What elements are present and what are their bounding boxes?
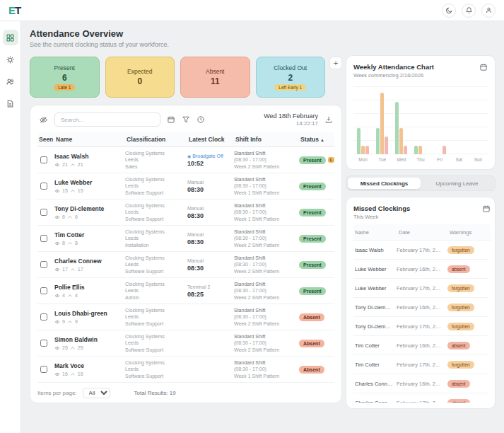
header-name[interactable]: Name	[54, 136, 125, 143]
shift-hours: (08:30 - 17:00)	[234, 261, 299, 267]
seen-checkbox[interactable]	[40, 183, 47, 190]
seen-checkbox[interactable]	[40, 235, 47, 242]
classification-line-2: Leeds	[125, 366, 187, 372]
missed-employee-name: Luke Webber	[355, 266, 397, 272]
missed-employee-name: Luke Webber	[355, 285, 397, 291]
employee-cell: Tim Cotter 8 8	[54, 231, 125, 246]
dashboard-grid-icon	[6, 33, 15, 42]
search-input[interactable]	[54, 112, 160, 127]
header-status[interactable]: Status▲	[299, 136, 334, 143]
missed-row: Isaac Walsh February 17th, 2026 forgotte…	[353, 241, 488, 260]
summary-card[interactable]: Expected 0	[105, 57, 175, 98]
calendar-button[interactable]	[167, 115, 175, 124]
warning-badge: absent	[447, 399, 470, 403]
missed-row: Tony Di-clemente February 17th, 2026 for…	[353, 317, 488, 336]
filter-button[interactable]	[182, 115, 190, 124]
missed-employee-name: Tony Di-clemente	[355, 304, 397, 311]
chevron-count: 16	[78, 371, 83, 376]
shift-hours: (08:30 - 17:00)	[234, 156, 299, 163]
classification-line-2: Leeds	[125, 235, 187, 241]
chart-column: Tue	[373, 84, 392, 162]
employee-cell: Mark Voce 16 16	[54, 362, 125, 377]
header-shift-info[interactable]: Shift Info	[234, 136, 299, 143]
latest-clock-source: Manual	[187, 258, 234, 263]
hide-seen-button[interactable]	[39, 115, 48, 125]
chart-x-label: Sat	[450, 154, 469, 162]
classification-cell: Clocking Systems Leeds Software Support	[125, 359, 187, 379]
summary-card-label: Expected	[127, 68, 152, 75]
notifications-button[interactable]	[462, 4, 476, 18]
classification-line-3: Software Support	[125, 190, 187, 196]
eye-count-icon	[54, 345, 60, 351]
classification-line-1: Clocking Systems	[125, 307, 187, 313]
download-button[interactable]	[324, 115, 333, 124]
tab-upcoming-leave[interactable]: Upcoming Leave	[421, 178, 493, 189]
account-button[interactable]	[481, 4, 496, 18]
latest-clock-time: 08:25	[187, 291, 234, 298]
classification-line-1: Clocking Systems	[125, 359, 187, 366]
seen-cell	[37, 235, 54, 242]
missed-card-title: Missed Clockings	[353, 204, 410, 212]
seen-checkbox[interactable]	[40, 209, 47, 216]
shift-pattern: Week 1 Shift Pattern	[234, 216, 299, 222]
classification-cell: Clocking Systems Leeds Software Support	[125, 307, 187, 326]
missed-rows-scroll[interactable]: Isaac Walsh February 17th, 2026 forgotte…	[353, 241, 491, 403]
summary-card[interactable]: Absent 11	[180, 57, 250, 98]
classification-cell: Clocking Systems Leeds Software Support	[125, 255, 187, 274]
shift-hours: (08:30 - 17:00)	[234, 183, 299, 189]
page-title: Attendance Overview	[30, 28, 342, 39]
table-row: Simon Baldwin 25 25	[37, 330, 334, 357]
chart-calendar-button[interactable]	[479, 63, 488, 71]
shift-name: Standard Shift	[234, 150, 299, 156]
user-icon	[485, 6, 493, 14]
chart-column: Mon	[353, 84, 373, 162]
shift-info-cell: Standard Shift (08:30 - 17:00) Week 1 Sh…	[234, 176, 299, 195]
chart-column: Wed	[392, 84, 411, 162]
missed-date: February 17th, 2026	[397, 285, 447, 291]
summary-cards: Present 6 Late 1 Expected 0 Absent 11	[30, 57, 325, 98]
sidebar-item-employees[interactable]	[3, 74, 18, 89]
chart-column: Thu	[411, 84, 430, 162]
missed-date: February 17th, 2026	[397, 362, 447, 368]
header-latest-clock[interactable]: Latest Clock	[187, 136, 234, 143]
shift-pattern: Week 2 Shift Pattern	[234, 163, 299, 170]
page-size-select[interactable]: All	[83, 388, 110, 398]
table-toolbar: Wed 18th February 14:22:17	[37, 111, 334, 132]
chevron-count-icon	[70, 371, 76, 377]
sidebar-item-reports[interactable]	[3, 96, 18, 111]
missed-date: February 17th, 2026	[397, 400, 447, 403]
employee-name: Tim Cotter	[54, 231, 125, 238]
summary-card[interactable]: Clocked Out 2 Left Early 1	[256, 57, 326, 98]
seen-checkbox[interactable]	[40, 313, 47, 321]
shift-name: Standard Shift	[234, 176, 299, 183]
classification-line-3: Software Support	[125, 347, 187, 353]
shift-pattern: Week 2 Shift Pattern	[234, 321, 299, 327]
latest-clock-cell: Terminal 2 08:25	[187, 284, 234, 298]
chart-x-label: Thu	[411, 154, 430, 162]
eye-count: 17	[62, 267, 68, 272]
shift-hours: (08:30 - 17:00)	[234, 235, 299, 241]
shift-info-cell: Standard Shift (08:30 - 17:00) Week 1 Sh…	[234, 359, 299, 379]
seen-checkbox[interactable]	[40, 261, 47, 268]
tab-missed-clockings[interactable]: Missed Clockings	[348, 178, 421, 189]
header-classification[interactable]: Classification	[125, 136, 187, 143]
dark-mode-button[interactable]	[442, 4, 456, 18]
seen-checkbox[interactable]	[40, 366, 47, 373]
chart-x-label: Fri	[430, 154, 450, 162]
add-card-button[interactable]: +	[329, 57, 342, 69]
seen-checkbox[interactable]	[40, 156, 47, 163]
missed-card-header: Missed Clockings This Week	[353, 204, 491, 220]
sidebar-item-dashboard[interactable]	[3, 30, 18, 45]
missed-calendar-button[interactable]	[482, 204, 491, 213]
status-cell: Present	[299, 235, 334, 243]
employee-counts: 17 17	[54, 267, 125, 272]
seen-checkbox[interactable]	[40, 340, 47, 347]
missed-employee-name: Charles Connew	[355, 400, 397, 403]
status-badge: Present	[299, 235, 326, 243]
seen-checkbox[interactable]	[40, 287, 47, 294]
employee-cell: Tony Di-clemente 6 6	[54, 205, 125, 220]
clock-button[interactable]	[197, 115, 205, 124]
sidebar-item-settings[interactable]	[3, 52, 18, 67]
summary-card[interactable]: Present 6 Late 1	[30, 57, 100, 98]
gear-icon	[6, 55, 15, 64]
